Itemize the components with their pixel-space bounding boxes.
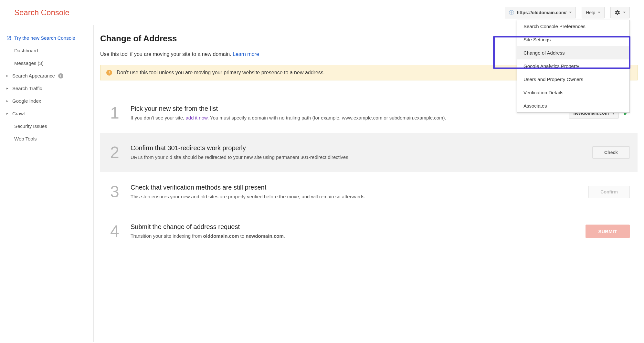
step-number: 1 [108,105,121,121]
intro-copy: Use this tool if you are moving your sit… [100,51,233,57]
sidebar-try-new[interactable]: Try the new Search Console [0,32,93,44]
warning-icon: ! [106,70,112,76]
sidebar-label: Try the new Search Console [14,35,75,41]
sidebar-item-security[interactable]: Security Issues [0,120,93,132]
sidebar-item-dashboard[interactable]: Dashboard [0,44,93,57]
step-number: 2 [108,144,121,161]
menu-label: Search Console Preferences [523,24,586,29]
step-desc: This step ensures your new and old sites… [131,193,559,200]
step-2: 2 Confirm that 301-redirects work proper… [100,133,638,172]
menu-users-owners[interactable]: Users and Property Owners [517,73,629,86]
sidebar-label: Crawl [12,111,25,116]
step-3: 3 Check that verification methods are st… [100,172,638,212]
desc-text: If you don't see your site, [131,115,185,120]
sidebar-item-google-index[interactable]: Google Index [0,95,93,107]
menu-associates[interactable]: Associates [517,99,629,112]
help-button[interactable]: Help [582,7,605,18]
property-url: https://olddomain.com/ [517,10,566,15]
sidebar-item-crawl[interactable]: Crawl [0,107,93,120]
chevron-down-icon [569,12,572,13]
desc-text: to [239,233,246,239]
menu-label: Change of Address [523,50,565,56]
add-site-link[interactable]: add it now [185,115,207,120]
step-title: Check that verification methods are stil… [131,184,559,191]
menu-analytics-property[interactable]: Google Analytics Property [517,59,629,73]
sidebar-label: Search Appearance [12,73,55,78]
learn-more-link[interactable]: Learn more [233,51,259,57]
step-title: Pick your new site from the list [131,105,559,112]
desc-text: Transition your site indexing from [131,233,203,239]
property-selector[interactable]: https://olddomain.com/ [505,7,576,18]
header-controls: https://olddomain.com/ Help Search Conso… [505,7,630,18]
step-title: Confirm that 301-redirects work properly [131,144,559,152]
submit-button: SUBMIT [586,225,630,238]
sidebar-label: Web Tools [14,136,37,141]
menu-label: Verification Details [523,90,563,95]
step-4-action: SUBMIT [586,225,630,238]
warning-text: Don't use this tool unless you are movin… [117,70,325,76]
menu-label: Associates [523,103,547,109]
info-icon: i [58,73,63,78]
header: Search Console https://olddomain.com/ He… [0,0,644,25]
step-3-action: Confirm [588,186,630,198]
sidebar-label: Search Traffic [12,86,42,91]
menu-label: Site Settings [523,37,551,42]
gear-icon [615,10,620,16]
globe-icon [509,10,514,15]
step-number: 4 [108,223,121,239]
step-4: 4 Submit the change of address request T… [100,212,638,251]
sidebar-label: Security Issues [14,123,47,129]
sidebar-item-web-tools[interactable]: Web Tools [0,132,93,145]
external-link-icon [6,36,11,40]
confirm-button: Confirm [588,186,630,198]
sidebar: Try the new Search Console Dashboard Mes… [0,25,94,342]
step-desc: URLs from your old site should be redire… [131,154,559,161]
menu-change-of-address[interactable]: Change of Address [517,46,629,59]
sidebar-item-search-appearance[interactable]: Search Appearance i [0,69,93,82]
sidebar-item-messages[interactable]: Messages (3) [0,57,93,69]
step-desc: If you don't see your site, add it now. … [131,114,559,121]
step-number: 3 [108,184,121,200]
desc-text: . [284,233,285,239]
menu-label: Google Analytics Property [523,63,579,69]
sidebar-label: Google Index [12,98,41,104]
chevron-down-icon [598,12,600,13]
new-domain: newdomain.com [246,233,284,239]
help-label: Help [586,10,595,15]
old-domain: olddomain.com [203,233,239,239]
settings-dropdown: Search Console Preferences Site Settings… [517,20,630,113]
menu-preferences[interactable]: Search Console Preferences [517,20,629,33]
brand-title: Search Console [14,8,69,17]
settings-button[interactable] [610,7,630,18]
sidebar-label: Messages (3) [14,60,44,66]
sidebar-label: Dashboard [14,48,38,53]
check-button[interactable]: Check [592,146,630,159]
menu-site-settings[interactable]: Site Settings [517,33,629,46]
menu-verification-details[interactable]: Verification Details [517,86,629,99]
step-title: Submit the change of address request [131,223,559,231]
step-2-action: Check [592,146,630,159]
desc-text: . You must specify a domain with no trai… [207,115,446,120]
menu-label: Users and Property Owners [523,77,583,82]
step-desc: Transition your site indexing from olddo… [131,233,559,239]
sidebar-item-search-traffic[interactable]: Search Traffic [0,82,93,95]
chevron-down-icon [623,12,626,13]
